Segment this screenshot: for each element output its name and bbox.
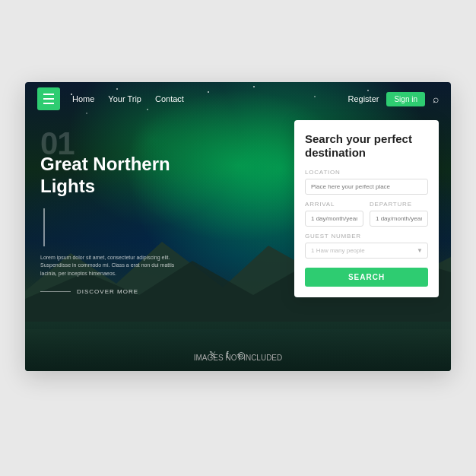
hero-title: Great Northern Lights — [40, 154, 192, 198]
discover-label: DISCOVER MORE — [77, 288, 138, 295]
guest-select[interactable]: 1 Haw many people 2 People 3 People 4 Pe… — [305, 243, 428, 259]
search-icon[interactable]: ⌕ — [433, 93, 439, 105]
hero-content: 01 Great Northern Lights Lorem ipsum dol… — [40, 128, 192, 295]
water-reflection — [25, 322, 451, 371]
nav-your-trip[interactable]: Your Trip — [108, 94, 141, 103]
hamburger-menu[interactable] — [37, 87, 60, 110]
discover-more-button[interactable]: DISCOVER MORE — [40, 288, 192, 295]
search-panel: Search your perfect destination LOCATION… — [294, 120, 439, 297]
departure-input[interactable] — [370, 211, 428, 227]
hero-divider — [43, 208, 45, 246]
nav-contact[interactable]: Contact — [155, 94, 184, 103]
discover-line — [40, 291, 71, 292]
navigation: Home Your Trip Contact Register Sign in … — [25, 82, 451, 116]
location-input[interactable] — [305, 179, 428, 195]
register-link[interactable]: Register — [347, 94, 379, 103]
departure-label: DEPARTURE — [370, 201, 428, 208]
signin-button[interactable]: Sign in — [386, 92, 425, 106]
nav-home[interactable]: Home — [72, 94, 94, 103]
images-not-included-label: IMAGES NOT INCLUDED — [194, 354, 283, 362]
search-button[interactable]: SEARCH — [305, 268, 428, 287]
hero-description: Lorem ipsum dolor sit amet, consectetur … — [40, 254, 185, 278]
search-panel-title: Search your perfect destination — [305, 132, 428, 160]
guest-label: GUEST NUMBER — [305, 233, 428, 240]
arrival-label: ARRIVAL — [305, 201, 363, 208]
location-label: LOCATION — [305, 169, 428, 176]
arrival-input[interactable] — [305, 211, 363, 227]
